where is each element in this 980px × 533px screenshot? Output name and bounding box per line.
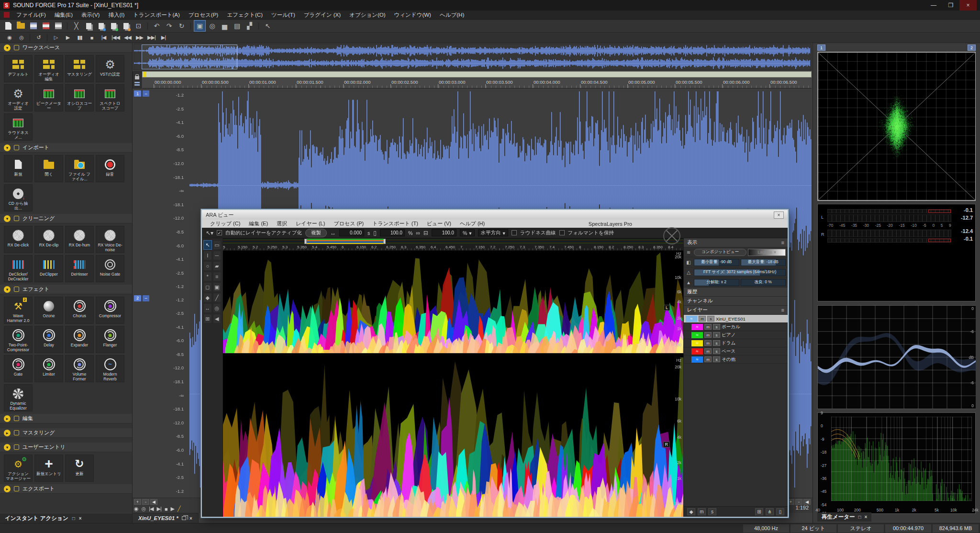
zoom-ratio[interactable]: 1:192 — [795, 505, 809, 511]
menu-item[interactable]: プラグイン (X) — [300, 12, 345, 18]
new-layer-icon[interactable]: ⊞ — [755, 508, 763, 515]
go-to-end-icon[interactable]: ▶| — [157, 506, 161, 512]
auto-activate-checkbox[interactable]: ✓ — [217, 230, 222, 235]
undo-icon[interactable]: ↶ — [151, 21, 162, 31]
new-file-icon[interactable] — [3, 21, 14, 31]
next-marker-icon[interactable]: ▶▶| — [146, 33, 157, 42]
chevron-icon[interactable]: ▾ — [4, 444, 11, 451]
playback-dial[interactable] — [663, 227, 680, 244]
go-to-start-icon[interactable]: |◀ — [149, 506, 153, 512]
selection-handle-left[interactable] — [304, 239, 307, 244]
menu-item[interactable]: ツール(T) — [267, 12, 300, 18]
action-tile[interactable]: DeClipper — [34, 255, 63, 282]
rectangle-select-tool[interactable]: ▭ — [213, 240, 222, 250]
chevron-icon[interactable]: ▾ — [4, 44, 11, 51]
layer-row[interactable]: m s その他 — [684, 355, 788, 364]
paste-special-icon[interactable] — [108, 21, 119, 31]
previous-marker-icon[interactable]: |◀◀ — [110, 33, 121, 42]
minimize-button[interactable]: — — [925, 0, 942, 11]
layer-thumbnail[interactable] — [691, 340, 703, 346]
lasso-select-tool[interactable]: ○ — [203, 261, 212, 271]
chevron-icon[interactable]: ▸ — [4, 486, 11, 492]
zoom-tool[interactable]: ◎ — [213, 303, 222, 313]
action-tile[interactable]: Compressor — [96, 297, 124, 324]
view-panel-header[interactable]: 表示 ≡ — [684, 238, 788, 247]
action-tile[interactable]: 新規 — [4, 155, 33, 182]
paste-icon[interactable] — [96, 21, 107, 31]
maximize-button[interactable]: ❐ — [942, 0, 959, 11]
copy-icon[interactable] — [83, 21, 94, 31]
lock-icon[interactable] — [135, 76, 139, 79]
ara-time-ruler[interactable]: 55.1505.25.2505.35.3505.45.45066.1506.26… — [223, 244, 683, 251]
action-tile[interactable]: 開く — [34, 155, 63, 182]
stop-icon[interactable]: ■ — [165, 506, 167, 512]
spectrogram-canvas-left[interactable] — [223, 251, 683, 354]
ara-title-bar[interactable]: ARA ビュー × — [202, 210, 788, 220]
current-tool-icon[interactable]: ↖▾ — [206, 230, 213, 236]
instant-action-tab[interactable]: インスタント アクション □ × — [0, 513, 133, 523]
action-tile[interactable]: マスタリング — [65, 55, 94, 82]
solo-button[interactable]: s — [713, 332, 720, 338]
action-tile[interactable]: Two-Point- Compressor — [4, 326, 33, 353]
playback-meter-tab[interactable]: 再生メーター □ × — [817, 512, 871, 522]
pause-icon[interactable]: ▮▮ — [74, 33, 85, 42]
layer-row[interactable]: m s XinU_EYES01 — [684, 315, 788, 323]
action-tile[interactable]: Noise Gate — [96, 255, 124, 282]
mute-button[interactable]: m — [704, 332, 712, 338]
preset-2-button[interactable]: 2 — [968, 44, 976, 51]
action-tile[interactable]: スペクトロ スコープ — [96, 84, 124, 111]
action-tile[interactable]: Dynamic Equalizer — [4, 384, 33, 411]
menu-item[interactable]: オプション(O) — [345, 12, 390, 18]
save-as-icon[interactable] — [40, 21, 51, 31]
shift-input[interactable]: 0.000 — [339, 229, 364, 236]
spectral-channel-left[interactable]: Hz 20k10k6k4k2k1k300 L — [223, 251, 683, 354]
chevron-icon[interactable]: ▾ — [4, 286, 11, 293]
direction-dropdown[interactable]: 水平方向▾ — [478, 229, 508, 236]
action-tile[interactable]: Limiter — [34, 355, 63, 382]
mute-button[interactable]: m — [698, 508, 706, 515]
cut-icon[interactable]: ╳ — [71, 21, 82, 31]
time-select-tool[interactable]: I — [203, 251, 212, 260]
harmonics-select-tool[interactable]: ≡ — [213, 272, 222, 281]
spectral-channel-right[interactable]: Hz 20k10k6k4k2k1k300 R — [223, 357, 683, 517]
duplicate-button[interactable]: 複製 — [305, 229, 327, 237]
selection-range[interactable] — [306, 239, 384, 244]
action-tile[interactable]: オーディオ 設定 — [4, 84, 33, 111]
layer-thumbnail[interactable] — [691, 356, 703, 363]
layer-thumbnail[interactable] — [691, 324, 703, 330]
transform-tool[interactable]: ↖ — [203, 240, 212, 250]
ara-menu-item[interactable]: クリップ (C) — [206, 221, 245, 226]
amplitude-unit-dropdown[interactable]: %▾ — [460, 229, 475, 236]
action-tile[interactable]: アクション マネージャー — [4, 455, 33, 482]
action-tile[interactable]: DeHisser — [65, 255, 94, 282]
action-tile[interactable]: オーディオ 編集 — [34, 55, 63, 82]
layer-row[interactable]: m s ボーカル — [684, 323, 788, 331]
layer-thumbnail[interactable] — [691, 348, 703, 355]
action-tile[interactable]: VSTの設定 — [96, 55, 124, 82]
playback-tool[interactable]: ◀ — [213, 314, 222, 323]
menu-item[interactable]: ヘルプ(H) — [435, 12, 468, 18]
close-icon[interactable]: × — [189, 516, 192, 521]
marker-tool-icon[interactable] — [134, 82, 140, 83]
menu-item[interactable]: ウィンドウ(W) — [390, 12, 435, 18]
go-to-start-icon[interactable]: |◀ — [98, 33, 109, 42]
h-scroll-button[interactable]: ◀ — [803, 499, 811, 505]
action-tile[interactable]: 更新 — [65, 455, 94, 482]
mute-button[interactable]: m — [704, 356, 712, 362]
formant-checkbox[interactable] — [559, 230, 565, 235]
amplitude-input[interactable]: 100.0 — [432, 229, 457, 236]
layers-panel-header[interactable]: レイヤー ≡ — [684, 306, 788, 315]
spectrogram-canvas-right[interactable] — [223, 357, 683, 517]
loop-record-icon[interactable]: ◎ — [16, 33, 27, 42]
document-tab[interactable]: XinU_EYES01 * × — [133, 513, 199, 523]
magic-wand-tool[interactable]: * — [203, 272, 212, 281]
layer-row[interactable]: m s ベース — [684, 347, 788, 355]
colormap-dropdown[interactable]: Laguna▾ — [748, 249, 786, 256]
repeat-icon[interactable]: ↻ — [176, 21, 187, 31]
action-tile[interactable]: Flanger — [96, 326, 124, 353]
open-file-icon[interactable] — [15, 21, 26, 31]
pencil-tool[interactable]: ╱ — [213, 293, 222, 302]
record-icon[interactable]: ◉ — [4, 33, 15, 42]
ara-menu-item[interactable]: ヘルプ (H) — [456, 221, 489, 226]
loop-playback-icon[interactable]: ↺ — [33, 33, 44, 42]
